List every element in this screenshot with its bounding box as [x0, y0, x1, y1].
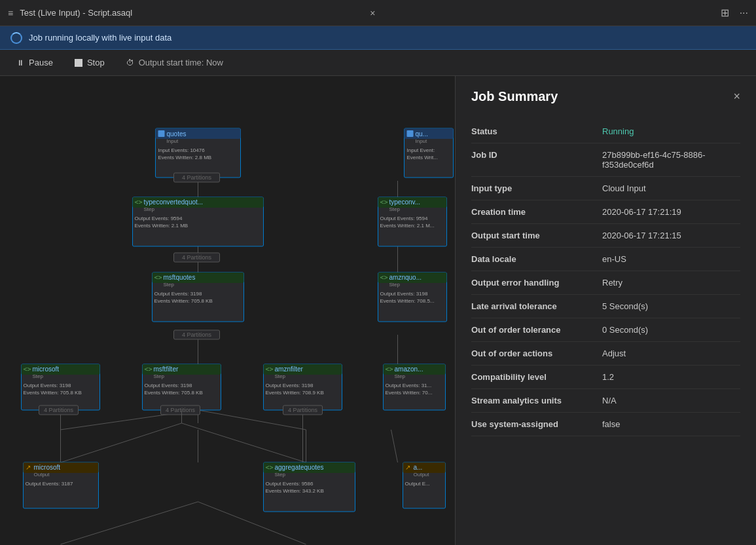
svg-text:<>: <> — [135, 198, 143, 206]
svg-text:amznquo...: amznquo... — [389, 274, 422, 281]
svg-text:microsoft: microsoft — [33, 366, 60, 373]
summary-value: 27b899bb-ef16-4c75-8886-f353de0cef6d — [602, 143, 740, 177]
summary-value: 2020-06-17 17:21:19 — [602, 200, 740, 224]
svg-text:Events Written: 705.8 KB: Events Written: 705.8 KB — [154, 298, 213, 304]
summary-label: Output start time — [471, 224, 602, 248]
svg-text:Output Events: 3198: Output Events: 3198 — [24, 383, 71, 388]
summary-value: 2020-06-17 17:21:15 — [602, 224, 740, 248]
svg-text:4 Partitions: 4 Partitions — [166, 407, 196, 413]
tab-title: Test (Live Input) - Script.asaql — [20, 8, 365, 18]
svg-text:qu...: qu... — [416, 130, 428, 138]
summary-label: Output error handling — [471, 271, 602, 295]
svg-text:Events Writ...: Events Writ... — [407, 155, 438, 160]
output-start-label: Output start time: Now — [139, 58, 223, 67]
svg-text:Events Written: 343.2 KB: Events Written: 343.2 KB — [266, 488, 324, 494]
svg-text:a...: a... — [414, 464, 423, 471]
svg-text:Step: Step — [395, 373, 406, 379]
summary-label: Late arrival tolerance — [471, 295, 602, 318]
status-message: Job running locally with live input data — [29, 33, 171, 43]
summary-label: Job ID — [471, 143, 602, 177]
summary-row: Stream analytics unitsN/A — [471, 389, 740, 413]
stop-button[interactable]: Stop — [69, 55, 110, 70]
svg-text:amazon...: amazon... — [395, 366, 423, 373]
svg-line-101 — [182, 423, 306, 462]
svg-text:Events Written: 2.8 MB: Events Written: 2.8 MB — [158, 155, 212, 160]
summary-value: false — [602, 413, 740, 436]
svg-text:Step: Step — [275, 472, 286, 478]
svg-text:Output: Output — [34, 472, 50, 478]
output-start-time-button[interactable]: Output start time: Now — [120, 55, 228, 70]
summary-value: Adjust — [602, 342, 740, 366]
status-bar: Job running locally with live input data — [0, 26, 756, 50]
svg-text:Output: Output — [414, 472, 430, 478]
svg-text:<>: <> — [380, 198, 388, 206]
stop-icon — [74, 58, 83, 67]
summary-row: Use system-assignedfalse — [471, 413, 740, 436]
svg-text:↗: ↗ — [405, 464, 410, 471]
summary-label: Status — [471, 120, 602, 143]
summary-label: Use system-assigned — [471, 413, 602, 436]
window-actions: ⊞ ··· — [721, 7, 748, 19]
tab-close-icon[interactable]: × — [370, 8, 375, 18]
svg-text:Output Events: 31...: Output Events: 31... — [386, 383, 432, 388]
svg-rect-18 — [158, 130, 165, 137]
svg-text:Input: Input — [416, 138, 428, 144]
summary-label: Out of order tolerance — [471, 318, 602, 342]
svg-text:4 Partitions: 4 Partitions — [182, 174, 212, 181]
pause-button[interactable]: Pause — [10, 55, 58, 70]
svg-text:Output Events: 3198: Output Events: 3198 — [380, 291, 428, 297]
svg-rect-27 — [407, 130, 414, 137]
svg-text:quotes: quotes — [167, 130, 187, 138]
panel-close-button[interactable]: × — [733, 90, 740, 103]
summary-row: Output start time2020-06-17 17:21:15 — [471, 224, 740, 248]
svg-text:msftquotes: msftquotes — [164, 274, 196, 281]
diagram-svg: quotes Input Input Events: 10476 Events … — [0, 76, 455, 545]
svg-text:Step: Step — [275, 373, 286, 379]
svg-text:Events Written: 2.1 MB: Events Written: 2.1 MB — [135, 223, 189, 229]
svg-text:Output Events: 3187: Output Events: 3187 — [26, 481, 73, 487]
svg-text:<>: <> — [154, 274, 162, 281]
summary-value: Running — [602, 120, 740, 143]
layout-icon[interactable]: ⊞ — [721, 7, 729, 19]
summary-label: Input type — [471, 177, 602, 200]
clock-icon — [126, 58, 135, 67]
svg-text:Step: Step — [154, 373, 165, 379]
svg-text:4 Partitions: 4 Partitions — [288, 407, 318, 413]
title-bar: ≡ Test (Live Input) - Script.asaql × ⊞ ·… — [0, 0, 756, 26]
svg-text:4 Partitions: 4 Partitions — [182, 254, 212, 261]
svg-text:Events Written: 2.1 M...: Events Written: 2.1 M... — [380, 223, 435, 229]
menu-icon[interactable]: ≡ — [8, 8, 13, 18]
more-icon[interactable]: ··· — [740, 7, 748, 19]
svg-text:Output E...: Output E... — [405, 481, 430, 487]
summary-row: Compatibility level1.2 — [471, 366, 740, 389]
svg-text:Step: Step — [164, 282, 175, 288]
pause-icon — [16, 58, 25, 67]
svg-line-12 — [391, 430, 398, 462]
svg-text:4 Partitions: 4 Partitions — [44, 407, 74, 413]
summary-value: 0 Second(s) — [602, 318, 740, 342]
main-content: quotes Input Input Events: 10476 Events … — [0, 76, 756, 545]
svg-text:Events Written: 70...: Events Written: 70... — [386, 390, 433, 396]
summary-label: Stream analytics units — [471, 389, 602, 413]
svg-text:<>: <> — [380, 274, 388, 281]
svg-text:Input: Input — [167, 138, 179, 144]
svg-text:Step: Step — [144, 206, 155, 212]
svg-line-100 — [61, 423, 182, 462]
summary-value: N/A — [602, 389, 740, 413]
svg-text:Step: Step — [389, 206, 401, 212]
svg-text:Output Events: 3198: Output Events: 3198 — [266, 383, 314, 388]
summary-label: Creation time — [471, 200, 602, 224]
diagram-area[interactable]: quotes Input Input Events: 10476 Events … — [0, 76, 455, 545]
svg-text:<>: <> — [266, 464, 274, 471]
svg-text:<>: <> — [386, 366, 393, 373]
svg-text:Output Events: 3198: Output Events: 3198 — [154, 291, 202, 297]
svg-text:aggregatequotes: aggregatequotes — [275, 464, 324, 471]
summary-label: Out of order actions — [471, 342, 602, 366]
summary-value: Cloud Input — [602, 177, 740, 200]
svg-text:Input Events: 10476: Input Events: 10476 — [158, 147, 206, 153]
summary-row: StatusRunning — [471, 120, 740, 143]
summary-row: Job ID27b899bb-ef16-4c75-8886-f353de0cef… — [471, 143, 740, 177]
summary-label: Compatibility level — [471, 366, 602, 389]
svg-text:<>: <> — [145, 366, 153, 373]
svg-text:Input Event:: Input Event: — [407, 147, 435, 153]
